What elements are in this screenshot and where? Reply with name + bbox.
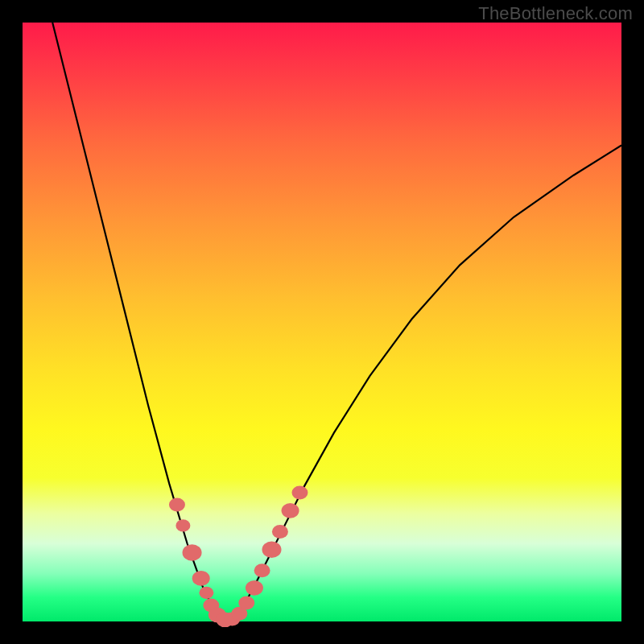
curve-marker	[272, 525, 288, 539]
plot-area	[23, 23, 621, 621]
curve-marker	[291, 486, 308, 500]
bottleneck-curve	[52, 23, 621, 621]
curve-marker	[199, 587, 213, 599]
curve-marker	[282, 503, 299, 518]
plot-svg	[23, 23, 621, 621]
curve-marker	[183, 544, 202, 560]
curve-marker	[246, 580, 263, 596]
watermark-text: TheBottleneck.com	[478, 3, 633, 24]
curve-marker	[262, 542, 282, 558]
curve-marker	[192, 571, 210, 586]
curve-marker	[238, 596, 254, 609]
curve-markers	[169, 486, 308, 628]
curve-marker	[254, 564, 270, 577]
chart-frame: TheBottleneck.com	[0, 0, 644, 644]
curve-marker	[175, 519, 190, 531]
curve-marker	[169, 497, 185, 511]
